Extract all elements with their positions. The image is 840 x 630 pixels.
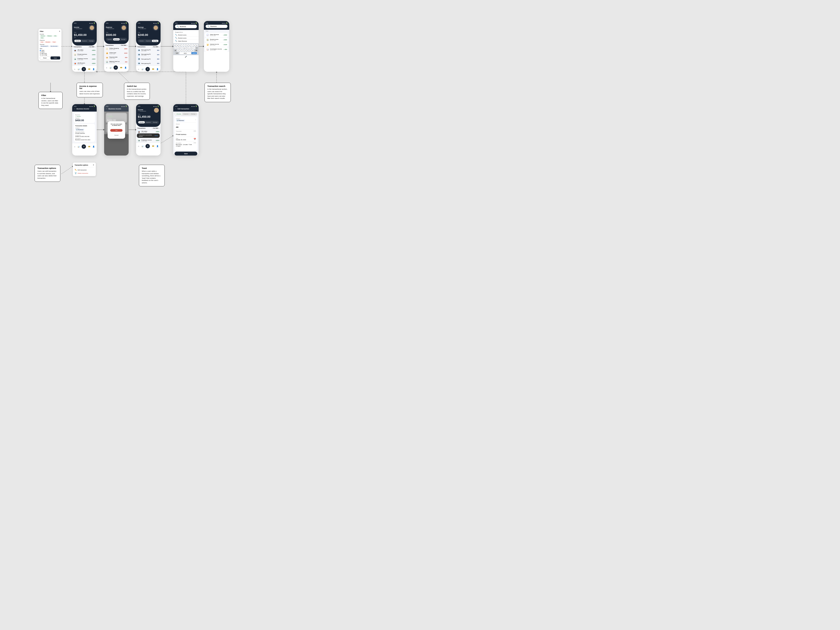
sort-latest[interactable]: Latest — [41, 50, 44, 51]
suggest-item-3[interactable]: 🔍 Sales Revenue — [173, 39, 199, 43]
expense-item-2[interactable]: 🍔 Online food Oct 22, 2023 -$100 — [104, 51, 129, 55]
key-s[interactable]: s — [176, 47, 178, 49]
tag-gaming-pc[interactable]: New gaming PC — [40, 46, 49, 47]
save-btn[interactable]: Save — [175, 152, 197, 156]
et-tx-input[interactable] — [176, 134, 196, 135]
back-btn-et[interactable]: ← — [175, 108, 177, 110]
prev-month-2[interactable]: ‹ — [120, 45, 120, 46]
key-v[interactable]: v — [185, 49, 186, 52]
edit-tx-option[interactable]: ✏️ Edit transaction — [74, 168, 94, 172]
nav-profile-1[interactable]: 👤 — [93, 68, 95, 70]
switch-expense-2[interactable]: Expense — [113, 38, 120, 41]
undo-btn[interactable]: Undo — [155, 135, 158, 136]
apply-btn[interactable]: Apply — [51, 57, 60, 60]
tx-item-3[interactable]: 💻 Freelance income Oct 20, 2023 +$200 — [72, 57, 97, 61]
key-z[interactable]: z — [177, 49, 179, 52]
key-e[interactable]: e — [179, 44, 181, 46]
search-input-5[interactable] — [210, 25, 229, 27]
nav-home-toast[interactable]: ⌂ — [138, 145, 139, 147]
nav-wallet-bd[interactable]: 💳 — [88, 146, 90, 148]
switch-savings-3[interactable]: Savings — [152, 40, 158, 42]
result-item-1[interactable]: 📈 Sales Revenue Oct 23, 2023 + $250 — [205, 33, 228, 37]
tx-options-close[interactable]: × — [93, 164, 94, 166]
suggest-item-1[interactable]: 🔍 Rental income — [173, 33, 199, 36]
suggest-item-2[interactable]: 🔍 Rental income — [173, 36, 199, 39]
search-input-4[interactable] — [180, 26, 199, 27]
key-k[interactable]: k — [191, 47, 193, 49]
back-btn-dc[interactable]: ← — [106, 108, 107, 110]
add-btn-1[interactable]: + — [82, 67, 86, 71]
nav-home-2[interactable]: ⌂ — [106, 67, 107, 69]
yes-btn[interactable]: Yes — [110, 129, 123, 132]
nav-wallet-2[interactable]: 💳 — [120, 67, 122, 69]
key-backspace[interactable]: ⌫ — [194, 49, 198, 52]
nav-wallet-3[interactable]: 💳 — [152, 68, 154, 70]
nav-home-1[interactable]: ⌂ — [74, 68, 75, 70]
nav-home-bd[interactable]: ⌂ — [74, 146, 75, 148]
tag-gifts[interactable]: Gifts — [53, 35, 57, 37]
tag-releases[interactable]: Releases — [46, 35, 53, 37]
next-month-2[interactable]: › — [127, 45, 127, 46]
switch-savings-toast[interactable]: Savings — [152, 121, 158, 123]
next-month-1[interactable]: › — [95, 46, 95, 47]
nav-chart-toast[interactable]: 📊 — [141, 145, 144, 147]
switch-income[interactable]: Income — [74, 40, 81, 42]
result-item-2[interactable]: 🏠 Rental income Nov 12, 2023 + $300 — [205, 38, 228, 42]
key-shift[interactable]: ⬆ — [174, 49, 177, 52]
key-i[interactable]: i — [191, 44, 193, 46]
cancel-btn[interactable]: Cancel — [114, 134, 118, 136]
key-y[interactable]: y — [186, 44, 188, 46]
key-emoji[interactable]: ☺ — [196, 47, 198, 49]
nav-chart-2[interactable]: 📊 — [109, 67, 112, 69]
et-amount-input[interactable] — [176, 126, 196, 128]
et-desc-textarea[interactable]: Business income from client — [176, 144, 196, 148]
nav-profile-2[interactable]: 👤 — [125, 67, 127, 69]
et-switch-income[interactable]: ● Income — [175, 113, 182, 115]
prev-month-1[interactable]: ‹ — [88, 46, 88, 47]
key-123[interactable]: 123 — [175, 52, 179, 54]
key-u[interactable]: u — [189, 44, 191, 46]
switch-savings-1[interactable]: Savings — [88, 40, 95, 42]
nav-chart-3[interactable]: 📊 — [141, 68, 144, 70]
key-j[interactable]: j — [188, 47, 190, 49]
switch-income-2[interactable]: Income — [106, 38, 113, 41]
nav-wallet-1[interactable]: 💳 — [88, 68, 90, 70]
add-btn-toast[interactable]: + — [145, 144, 150, 148]
key-g[interactable]: g — [183, 47, 185, 49]
next-month-3[interactable]: › — [159, 46, 159, 47]
nav-profile-3[interactable]: 👤 — [156, 68, 159, 70]
result-item-4[interactable]: 📊 Commission income Oct 21, 2023 + $50 — [205, 47, 228, 52]
tag-business[interactable]: Business — [40, 35, 46, 37]
switch-expense-3[interactable]: Expense — [145, 40, 152, 42]
savings-item-4[interactable]: 🖥️ New gaming PC $50 — [136, 61, 161, 66]
tag-decoration[interactable]: New decoration — [50, 46, 58, 47]
et-switch-savings[interactable]: Savings — [189, 113, 197, 115]
nav-profile-bd[interactable]: 👤 — [93, 146, 95, 148]
savings-item-3[interactable]: 🖥️ New gaming PC $50 — [136, 57, 161, 61]
expense-item-1[interactable]: 🛒 Online shopping Oct 25, 2023 -$200 — [104, 47, 129, 51]
key-o[interactable]: o — [194, 44, 196, 46]
add-btn-bd[interactable]: + — [82, 144, 86, 149]
tx-item-4[interactable]: 🎁 Job Bonuses Oct 24, 2023 +$300 — [72, 61, 97, 66]
key-w[interactable]: w — [176, 44, 178, 46]
tag-travel[interactable]: Travel — [52, 41, 57, 43]
key-t[interactable]: t — [184, 44, 186, 46]
nav-wallet-toast[interactable]: 💳 — [152, 145, 154, 147]
result-item-3[interactable]: 💰 Interest income Nov 8, 2023 + $100 — [205, 43, 228, 47]
calendar-icon[interactable]: 📅 — [194, 138, 196, 140]
expense-item-3[interactable]: 💳 Payment debt Oct 20, 2023 -$50 — [104, 55, 129, 60]
switch-income-toast[interactable]: Income — [138, 121, 145, 123]
key-f[interactable]: f — [181, 47, 183, 49]
key-space[interactable]: space — [179, 52, 191, 54]
reset-btn[interactable]: Reset — [40, 57, 50, 60]
key-search[interactable]: search — [191, 52, 197, 54]
tag-sales[interactable]: Sales — [40, 37, 44, 39]
prev-month-toast[interactable]: ‹ — [152, 128, 153, 129]
next-month-toast[interactable]: › — [159, 128, 159, 129]
switch-expense-toast[interactable]: Expense — [145, 121, 152, 123]
savings-item-1[interactable]: 🖥️ New gaming PC Oct 2, 2023 $50 — [136, 48, 161, 52]
savings-item-2[interactable]: 🖥️ New gaming PC Oct 2, 2023 $40 — [136, 52, 161, 57]
switch-income-3[interactable]: Income — [138, 40, 145, 42]
key-d[interactable]: d — [179, 47, 181, 49]
delete-tx-option[interactable]: 🗑️ Delete transaction — [74, 172, 94, 175]
